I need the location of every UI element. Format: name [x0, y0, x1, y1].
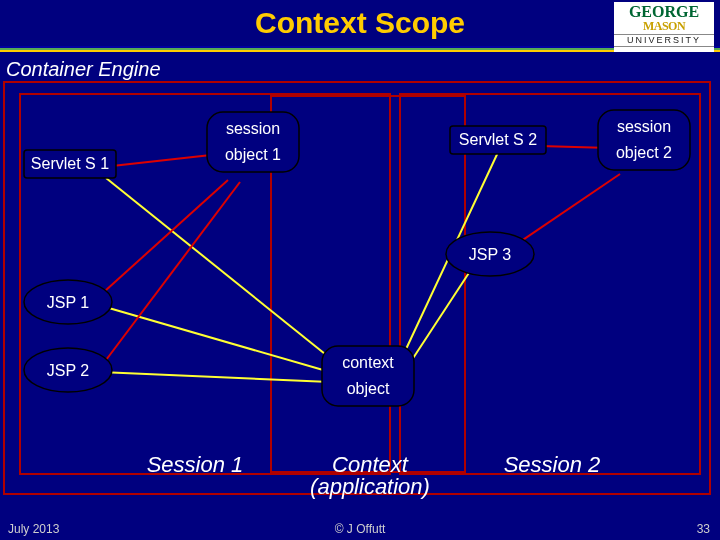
- session-obj1-bot: object 1: [225, 146, 281, 163]
- footer-copy: © J Offutt: [335, 522, 386, 536]
- servlet-s1-label: Servlet S 1: [31, 155, 109, 172]
- line-s1-sessobj: [112, 154, 220, 166]
- session-obj2-bot: object 2: [616, 144, 672, 161]
- session-obj1-top: session: [226, 120, 280, 137]
- servlet-s2-label: Servlet S 2: [459, 131, 537, 148]
- context-obj-top: context: [342, 354, 394, 371]
- logo-line3: UNIVERSITY: [614, 34, 714, 47]
- session-obj2-top: session: [617, 118, 671, 135]
- footer-date: July 2013: [8, 522, 59, 536]
- context-app-label2: (application): [310, 474, 430, 499]
- line-jsp2-context: [100, 372, 330, 382]
- logo: GEORGE MASON UNIVERSITY: [614, 2, 714, 52]
- session2-label: Session 2: [504, 452, 601, 477]
- diagram-svg: Servlet S 1 Servlet S 2 session object 1…: [0, 52, 720, 500]
- jsp1-label: JSP 1: [47, 294, 90, 311]
- session1-label: Session 1: [147, 452, 244, 477]
- logo-line1: GEORGE: [629, 3, 699, 20]
- line-jsp1-sessobj: [95, 180, 228, 300]
- page-title: Context Scope: [255, 6, 465, 39]
- footer: July 2013 © J Offutt 33: [0, 516, 720, 540]
- line-jsp1-context: [95, 304, 330, 372]
- line-s1-context: [106, 178, 335, 362]
- logo-line2: MASON: [643, 19, 685, 33]
- context-obj-bot: object: [347, 380, 390, 397]
- footer-page: 33: [697, 522, 710, 536]
- jsp3-label: JSP 3: [469, 246, 512, 263]
- jsp2-label: JSP 2: [47, 362, 90, 379]
